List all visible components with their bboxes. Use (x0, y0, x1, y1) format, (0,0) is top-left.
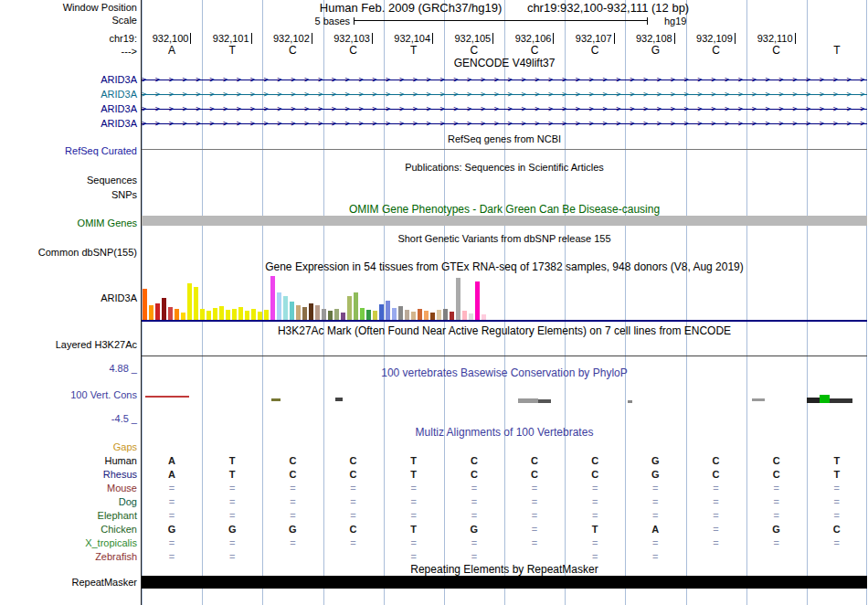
multiz-cell: T (384, 454, 444, 468)
gtex-tissue-bar[interactable] (322, 309, 326, 320)
gtex-tissue-bar[interactable] (213, 308, 217, 320)
gtex-tissue-bar[interactable] (181, 313, 185, 320)
gtex-tissue-bar[interactable] (143, 289, 147, 320)
gtex-tissue-bar[interactable] (277, 292, 281, 320)
gtex-tissue-bar[interactable] (175, 309, 179, 320)
multiz-species-row[interactable]: ============ (142, 495, 867, 509)
sidebar-item-gencode-gene[interactable]: ARID3A (101, 103, 137, 115)
gtex-tissue-bar[interactable] (232, 309, 237, 320)
gtex-tissue-bar[interactable] (296, 305, 301, 320)
gtex-tissue-bar[interactable] (405, 310, 409, 320)
gtex-tissue-bar[interactable] (187, 283, 192, 320)
sidebar-item-multiz-species[interactable]: Gaps (113, 441, 137, 453)
gtex-tissue-bar[interactable] (283, 296, 288, 320)
omim-gene-bar[interactable] (142, 216, 867, 226)
sidebar-item-multiz-species[interactable]: Dog (119, 496, 137, 508)
sidebar-item-layered-h3k27ac[interactable]: Layered H3K27Ac (56, 339, 137, 351)
sidebar-item-multiz-species[interactable]: Mouse (107, 483, 137, 494)
sidebar-item-refseq-curated[interactable]: RefSeq Curated (65, 145, 137, 157)
gtex-tissue-bar[interactable] (290, 302, 294, 320)
repeatmasker-track-title: Repeating Elements by RepeatMasker (142, 564, 867, 576)
gtex-tissue-bar[interactable] (328, 311, 333, 320)
sidebar-item-multiz-species[interactable]: Human (105, 455, 137, 467)
multiz-cell: = (444, 550, 504, 564)
gtex-tissue-bar[interactable] (437, 310, 441, 320)
gtex-tissue-bar[interactable] (315, 305, 320, 320)
multiz-species-row[interactable]: ATCCTCCCGCCT (142, 468, 867, 482)
gtex-tissue-bar[interactable] (398, 306, 403, 320)
gtex-tissue-bar[interactable] (194, 287, 198, 320)
sidebar-item-gencode-gene[interactable]: ARID3A (101, 118, 137, 130)
sidebar-item-common-dbsnp[interactable]: Common dbSNP(155) (38, 247, 137, 259)
sidebar-item-multiz-species[interactable]: Zebrafish (95, 551, 137, 563)
sidebar-item-multiz-species[interactable]: Elephant (98, 510, 137, 522)
multiz-species-row[interactable]: ATCCTCCCGCCT (142, 454, 867, 468)
gtex-tissue-bar[interactable] (462, 311, 467, 320)
sidebar-item-100-vert-cons[interactable]: 100 Vert. Cons (70, 389, 137, 401)
multiz-species-row[interactable]: ====== (142, 550, 867, 564)
gtex-tissue-bar[interactable] (386, 301, 390, 320)
gtex-tissue-bar[interactable] (347, 296, 352, 320)
multiz-cell (142, 440, 202, 454)
gtex-tissue-bar[interactable] (424, 311, 429, 320)
gtex-tissue-bar[interactable] (251, 309, 256, 320)
gtex-tissue-bar[interactable] (238, 307, 243, 320)
gencode-transcript[interactable]: > > > > > > > > > > > > > > > > > > > > … (142, 103, 867, 115)
gtex-tissue-bar[interactable] (200, 309, 205, 320)
gtex-tissue-bar[interactable] (360, 308, 365, 320)
gtex-tissue-bar[interactable] (206, 311, 211, 320)
gtex-tissue-bar[interactable] (264, 310, 269, 320)
gtex-tissue-bar[interactable] (418, 309, 422, 320)
h3k27ac-track-line[interactable] (142, 356, 867, 356)
sidebar-item-multiz-species[interactable]: Chicken (101, 524, 137, 536)
sidebar-item-sequences[interactable]: Sequences (87, 175, 137, 186)
gtex-tissue-bar[interactable] (373, 311, 377, 320)
gtex-tissue-bar[interactable] (155, 303, 160, 320)
sidebar-item-omim-genes[interactable]: OMIM Genes (78, 218, 137, 229)
gencode-transcript[interactable]: > > > > > > > > > > > > > > > > > > > > … (142, 74, 867, 86)
gtex-tissue-bar[interactable] (226, 310, 230, 320)
gtex-tissue-bar[interactable] (430, 313, 435, 320)
gtex-tissue-bar[interactable] (302, 307, 307, 320)
gtex-tissue-bar[interactable] (450, 312, 454, 320)
gtex-tissue-bar[interactable] (245, 311, 249, 320)
gtex-tissue-bar[interactable] (309, 303, 313, 320)
sidebar-item-snps[interactable]: SNPs (111, 189, 137, 201)
gtex-tissue-bar[interactable] (270, 276, 275, 320)
gencode-transcript[interactable]: > > > > > > > > > > > > > > > > > > > > … (142, 118, 867, 130)
gtex-tissue-bar[interactable] (258, 312, 262, 320)
sidebar-item-gencode-gene[interactable]: ARID3A (101, 74, 137, 86)
multiz-cell: G (625, 468, 685, 482)
gtex-tissue-bar[interactable] (475, 281, 480, 320)
sidebar-item-multiz-species[interactable]: X_tropicalis (85, 537, 137, 549)
gtex-tissue-bar[interactable] (411, 312, 416, 320)
gtex-tissue-bar[interactable] (366, 310, 371, 320)
sidebar-item-gencode-gene[interactable]: ARID3A (101, 89, 137, 101)
gtex-tissue-bar[interactable] (334, 309, 339, 320)
gtex-tissue-bar[interactable] (168, 307, 173, 320)
gtex-tissue-bar[interactable] (443, 309, 448, 320)
phylop-conservation-track[interactable] (142, 377, 867, 422)
refseq-track-line[interactable] (142, 149, 867, 150)
gtex-tissue-bar[interactable] (341, 313, 345, 320)
gtex-tissue-bar[interactable] (392, 308, 397, 320)
multiz-species-row[interactable] (142, 440, 867, 454)
multiz-species-row[interactable]: ============ (142, 482, 867, 495)
gtex-tissue-bar[interactable] (162, 298, 166, 320)
sidebar-item-multiz-species[interactable]: Rhesus (103, 469, 137, 481)
sidebar-item-gtex-gene[interactable]: ARID3A (101, 292, 137, 304)
multiz-species-row[interactable]: GGGCTG=TA=GC (142, 523, 867, 536)
gtex-tissue-bar[interactable] (354, 292, 358, 320)
multiz-species-row[interactable]: ============ (142, 509, 867, 523)
ruler-coordinate: 932,110 (746, 32, 807, 44)
gtex-tissue-bar[interactable] (456, 278, 460, 320)
repeatmasker-bar[interactable] (142, 576, 867, 589)
gtex-tissue-bar[interactable] (379, 304, 384, 320)
gtex-tissue-bar[interactable] (149, 305, 153, 320)
gtex-tissue-bar[interactable] (219, 306, 224, 320)
multiz-species-row[interactable]: ============ (142, 536, 867, 550)
sidebar-item-repeatmasker[interactable]: RepeatMasker (71, 577, 137, 589)
gencode-transcript[interactable]: > > > > > > > > > > > > > > > > > > > > … (142, 89, 867, 101)
multiz-cell: = (685, 482, 746, 495)
gtex-tissue-bar[interactable] (469, 313, 473, 320)
